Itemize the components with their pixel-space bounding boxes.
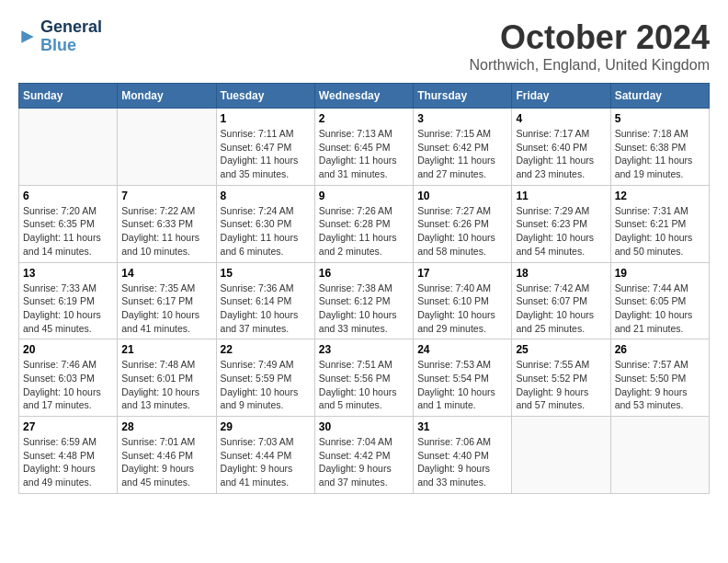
day-number: 1	[221, 112, 311, 125]
logo-icon	[18, 28, 37, 46]
calendar-table: SundayMondayTuesdayWednesdayThursdayFrid…	[18, 83, 710, 494]
calendar-cell: 17Sunrise: 7:40 AM Sunset: 6:10 PM Dayli…	[414, 262, 512, 339]
day-info: Sunrise: 7:01 AM Sunset: 4:46 PM Dayligh…	[121, 435, 211, 489]
day-number: 23	[319, 343, 409, 356]
day-number: 8	[221, 190, 311, 202]
day-number: 18	[516, 267, 606, 280]
calendar-cell: 15Sunrise: 7:36 AM Sunset: 6:14 PM Dayli…	[216, 262, 314, 339]
day-header-saturday: Saturday	[610, 84, 709, 109]
day-info: Sunrise: 6:59 AM Sunset: 4:48 PM Dayligh…	[23, 435, 113, 489]
logo: General Blue	[18, 18, 102, 55]
day-info: Sunrise: 7:17 AM Sunset: 6:40 PM Dayligh…	[516, 127, 606, 181]
day-number: 2	[319, 112, 409, 125]
location: Northwich, England, United Kingdom	[470, 57, 710, 74]
day-info: Sunrise: 7:03 AM Sunset: 4:44 PM Dayligh…	[221, 435, 311, 489]
day-info: Sunrise: 7:22 AM Sunset: 6:33 PM Dayligh…	[121, 204, 211, 259]
calendar-cell: 8Sunrise: 7:24 AM Sunset: 6:30 PM Daylig…	[216, 185, 314, 262]
calendar-cell: 21Sunrise: 7:48 AM Sunset: 6:01 PM Dayli…	[118, 339, 216, 417]
calendar-cell: 22Sunrise: 7:49 AM Sunset: 5:59 PM Dayli…	[216, 339, 314, 417]
day-info: Sunrise: 7:57 AM Sunset: 5:50 PM Dayligh…	[615, 358, 705, 412]
day-header-thursday: Thursday	[414, 84, 512, 109]
day-number: 28	[121, 420, 211, 433]
day-info: Sunrise: 7:44 AM Sunset: 6:05 PM Dayligh…	[615, 282, 705, 336]
calendar-cell: 9Sunrise: 7:26 AM Sunset: 6:28 PM Daylig…	[314, 185, 413, 262]
calendar-cell	[610, 417, 709, 494]
week-row-5: 27Sunrise: 6:59 AM Sunset: 4:48 PM Dayli…	[19, 417, 710, 494]
day-info: Sunrise: 7:26 AM Sunset: 6:28 PM Dayligh…	[319, 204, 409, 259]
day-info: Sunrise: 7:38 AM Sunset: 6:12 PM Dayligh…	[319, 282, 409, 336]
day-number: 31	[417, 420, 507, 433]
week-row-4: 20Sunrise: 7:46 AM Sunset: 6:03 PM Dayli…	[19, 339, 710, 417]
calendar-cell: 27Sunrise: 6:59 AM Sunset: 4:48 PM Dayli…	[19, 417, 118, 494]
day-info: Sunrise: 7:46 AM Sunset: 6:03 PM Dayligh…	[23, 358, 113, 412]
day-header-monday: Monday	[118, 84, 216, 109]
logo-text: General Blue	[40, 18, 102, 55]
day-info: Sunrise: 7:42 AM Sunset: 6:07 PM Dayligh…	[516, 282, 606, 336]
day-number: 30	[319, 420, 409, 433]
calendar-cell: 4Sunrise: 7:17 AM Sunset: 6:40 PM Daylig…	[512, 109, 610, 186]
day-number: 7	[121, 190, 211, 202]
day-header-wednesday: Wednesday	[314, 84, 413, 109]
day-header-friday: Friday	[512, 84, 610, 109]
calendar-cell: 13Sunrise: 7:33 AM Sunset: 6:19 PM Dayli…	[19, 262, 118, 339]
day-number: 12	[615, 190, 705, 202]
calendar-cell: 7Sunrise: 7:22 AM Sunset: 6:33 PM Daylig…	[118, 185, 216, 262]
calendar-cell: 23Sunrise: 7:51 AM Sunset: 5:56 PM Dayli…	[314, 339, 413, 417]
day-number: 20	[23, 343, 113, 356]
day-info: Sunrise: 7:35 AM Sunset: 6:17 PM Dayligh…	[121, 282, 211, 336]
calendar-cell	[512, 417, 610, 494]
day-number: 3	[417, 112, 507, 125]
calendar-cell: 11Sunrise: 7:29 AM Sunset: 6:23 PM Dayli…	[512, 185, 610, 262]
calendar-cell: 30Sunrise: 7:04 AM Sunset: 4:42 PM Dayli…	[314, 417, 413, 494]
day-info: Sunrise: 7:06 AM Sunset: 4:40 PM Dayligh…	[417, 435, 507, 489]
week-row-2: 6Sunrise: 7:20 AM Sunset: 6:35 PM Daylig…	[19, 185, 710, 262]
day-info: Sunrise: 7:55 AM Sunset: 5:52 PM Dayligh…	[516, 358, 606, 412]
day-info: Sunrise: 7:36 AM Sunset: 6:14 PM Dayligh…	[221, 282, 311, 336]
day-number: 22	[221, 343, 311, 356]
day-info: Sunrise: 7:20 AM Sunset: 6:35 PM Dayligh…	[23, 204, 113, 259]
day-number: 6	[23, 190, 113, 202]
week-row-3: 13Sunrise: 7:33 AM Sunset: 6:19 PM Dayli…	[19, 262, 710, 339]
calendar-cell: 14Sunrise: 7:35 AM Sunset: 6:17 PM Dayli…	[118, 262, 216, 339]
day-info: Sunrise: 7:18 AM Sunset: 6:38 PM Dayligh…	[615, 127, 705, 181]
svg-marker-0	[21, 30, 33, 42]
day-number: 11	[516, 190, 606, 202]
day-number: 19	[615, 267, 705, 280]
calendar-cell	[118, 109, 216, 186]
calendar-cell: 2Sunrise: 7:13 AM Sunset: 6:45 PM Daylig…	[314, 109, 413, 186]
calendar-cell: 26Sunrise: 7:57 AM Sunset: 5:50 PM Dayli…	[610, 339, 709, 417]
calendar-cell: 20Sunrise: 7:46 AM Sunset: 6:03 PM Dayli…	[19, 339, 118, 417]
day-info: Sunrise: 7:40 AM Sunset: 6:10 PM Dayligh…	[417, 282, 507, 336]
title-block: October 2024 Northwich, England, United …	[470, 18, 710, 74]
calendar-cell	[19, 109, 118, 186]
calendar-cell: 29Sunrise: 7:03 AM Sunset: 4:44 PM Dayli…	[216, 417, 314, 494]
calendar-cell: 28Sunrise: 7:01 AM Sunset: 4:46 PM Dayli…	[118, 417, 216, 494]
calendar-cell: 16Sunrise: 7:38 AM Sunset: 6:12 PM Dayli…	[314, 262, 413, 339]
calendar-cell: 31Sunrise: 7:06 AM Sunset: 4:40 PM Dayli…	[414, 417, 512, 494]
calendar-cell: 10Sunrise: 7:27 AM Sunset: 6:26 PM Dayli…	[414, 185, 512, 262]
day-info: Sunrise: 7:49 AM Sunset: 5:59 PM Dayligh…	[221, 358, 311, 412]
day-number: 9	[319, 190, 409, 202]
week-row-1: 1Sunrise: 7:11 AM Sunset: 6:47 PM Daylig…	[19, 109, 710, 186]
day-info: Sunrise: 7:27 AM Sunset: 6:26 PM Dayligh…	[417, 204, 507, 259]
calendar-cell: 6Sunrise: 7:20 AM Sunset: 6:35 PM Daylig…	[19, 185, 118, 262]
calendar-cell: 5Sunrise: 7:18 AM Sunset: 6:38 PM Daylig…	[610, 109, 709, 186]
calendar-cell: 25Sunrise: 7:55 AM Sunset: 5:52 PM Dayli…	[512, 339, 610, 417]
day-number: 5	[615, 112, 705, 125]
day-number: 21	[121, 343, 211, 356]
day-info: Sunrise: 7:29 AM Sunset: 6:23 PM Dayligh…	[516, 204, 606, 259]
day-number: 29	[221, 420, 311, 433]
calendar-cell: 1Sunrise: 7:11 AM Sunset: 6:47 PM Daylig…	[216, 109, 314, 186]
day-info: Sunrise: 7:04 AM Sunset: 4:42 PM Dayligh…	[319, 435, 409, 489]
day-number: 13	[23, 267, 113, 280]
day-info: Sunrise: 7:15 AM Sunset: 6:42 PM Dayligh…	[417, 127, 507, 181]
day-info: Sunrise: 7:33 AM Sunset: 6:19 PM Dayligh…	[23, 282, 113, 336]
day-number: 17	[417, 267, 507, 280]
day-info: Sunrise: 7:48 AM Sunset: 6:01 PM Dayligh…	[121, 358, 211, 412]
day-number: 14	[121, 267, 211, 280]
day-info: Sunrise: 7:31 AM Sunset: 6:21 PM Dayligh…	[615, 204, 705, 259]
day-header-sunday: Sunday	[19, 84, 118, 109]
day-info: Sunrise: 7:24 AM Sunset: 6:30 PM Dayligh…	[221, 204, 311, 259]
day-info: Sunrise: 7:53 AM Sunset: 5:54 PM Dayligh…	[417, 358, 507, 412]
day-number: 15	[221, 267, 311, 280]
